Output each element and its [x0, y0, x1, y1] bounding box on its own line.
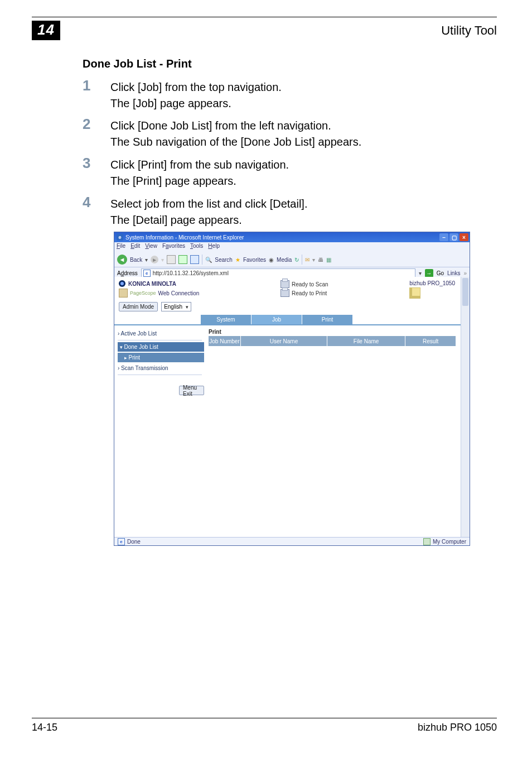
separator — [118, 340, 202, 340]
media-label[interactable]: Media — [277, 257, 292, 263]
scroll-thumb[interactable] — [462, 278, 468, 306]
col-job-number[interactable]: Job Number — [209, 336, 241, 346]
brand-name: KONICA MINOLTA — [128, 281, 176, 287]
minimize-button[interactable]: – — [439, 233, 448, 241]
scrollbar[interactable] — [461, 277, 470, 538]
job-table: Job Number User Name File Name Result — [209, 336, 456, 346]
nav-print[interactable]: Print — [118, 353, 204, 362]
back-button[interactable]: ◄ — [117, 255, 127, 265]
refresh-button[interactable] — [178, 255, 187, 264]
dropdown-icon[interactable]: ▾ — [145, 257, 148, 263]
back-label[interactable]: Back — [130, 257, 142, 263]
mail-icon[interactable]: ✉ — [305, 257, 309, 263]
menu-tools[interactable]: Tools — [190, 243, 203, 252]
status-done: Done — [127, 539, 141, 545]
left-nav: Active Job List Done Job List Print Scan… — [114, 325, 204, 395]
admin-mode-button[interactable]: Admin Mode — [119, 302, 158, 311]
tab-print[interactable]: Print — [302, 315, 353, 324]
col-user-name[interactable]: User Name — [241, 336, 327, 346]
my-computer-icon — [423, 538, 431, 545]
close-button[interactable]: × — [460, 233, 468, 241]
menu-help[interactable]: Help — [208, 243, 220, 252]
menu-file[interactable]: FFileile — [117, 243, 125, 252]
favorites-icon[interactable]: ★ — [235, 257, 240, 263]
step-number: 3 — [83, 156, 110, 170]
chapter-number: 14 — [32, 21, 60, 40]
product-name: bizhub PRO 1050 — [418, 722, 497, 733]
window-title: System Information - Microsoft Internet … — [125, 234, 244, 241]
favorites-label[interactable]: Favorites — [243, 257, 266, 263]
ie-page-icon: e — [118, 538, 125, 545]
header-rule — [32, 17, 497, 17]
separator — [302, 255, 302, 265]
links-label[interactable]: Links — [447, 270, 460, 276]
device-thumb-icon — [409, 287, 420, 299]
step-number: 2 — [83, 117, 110, 131]
section-heading: Done Job List - Print — [83, 57, 192, 70]
menu-favorites[interactable]: Favorites — [162, 243, 185, 252]
address-value: http://10.11.32.126/system.xml — [153, 270, 229, 276]
address-label: Address — [117, 270, 138, 276]
dropdown-icon[interactable]: ▾ — [419, 270, 422, 276]
separator — [118, 375, 202, 375]
menu-view[interactable]: View — [145, 243, 157, 252]
status-bar: eDone My Computer — [114, 537, 470, 545]
language-select[interactable]: English — [161, 302, 191, 311]
printer-icon — [280, 289, 289, 297]
print-icon[interactable]: 🖶 — [318, 257, 323, 263]
status-zone: My Computer — [433, 539, 466, 545]
step-text: Click [Print] from the sub navigation. — [110, 157, 289, 173]
menu-exit-button[interactable]: Menu Exit — [179, 386, 204, 395]
step-number: 4 — [83, 195, 110, 209]
step-3: 3 Click [Print] from the sub navigation.… — [83, 156, 289, 189]
step-text: The Sub navigation of the [Done Job List… — [110, 134, 361, 150]
pagescope-prefix: PageScope — [130, 290, 156, 296]
header-title: Utility Tool — [441, 23, 497, 38]
go-button[interactable]: → — [425, 269, 433, 277]
status-scan: Ready to Scan — [292, 281, 328, 287]
go-label[interactable]: Go — [437, 270, 444, 276]
step-4: 4 Select job from the list and click [De… — [83, 195, 307, 228]
brand-logo-icon — [119, 280, 125, 287]
maximize-button[interactable]: ▢ — [449, 233, 458, 241]
forward-button[interactable]: ► — [151, 256, 158, 263]
page-number: 14-15 — [32, 722, 57, 733]
dropdown-icon[interactable]: ▾ — [312, 257, 315, 263]
media-icon[interactable]: ◉ — [269, 257, 274, 263]
step-text: Click [Done Job List] from the left navi… — [110, 118, 361, 134]
col-file-name[interactable]: File Name — [327, 336, 405, 346]
step-number: 1 — [83, 78, 110, 93]
nav-scan-transmission[interactable]: Scan Transmission — [118, 363, 204, 373]
window-titlebar[interactable]: e System Information - Microsoft Interne… — [114, 232, 470, 242]
step-text: Select job from the list and click [Deta… — [110, 196, 307, 212]
step-2: 2 Click [Done Job List] from the left na… — [83, 117, 361, 150]
ie-icon: e — [117, 234, 123, 241]
nav-active-job-list[interactable]: Active Job List — [118, 329, 204, 338]
dropdown-icon[interactable]: ▾ — [161, 257, 164, 263]
step-text: The [Job] page appears. — [110, 95, 282, 112]
search-icon[interactable]: 🔍 — [205, 257, 212, 263]
tab-job[interactable]: Job — [252, 315, 302, 324]
step-1: 1 Click [Job] from the top navigation. T… — [83, 78, 282, 112]
tab-system[interactable]: System — [201, 315, 252, 324]
search-label[interactable]: Search — [215, 257, 233, 263]
pagescope-icon — [119, 289, 128, 298]
nav-done-job-list[interactable]: Done Job List — [118, 342, 204, 352]
menu-edit[interactable]: Edit — [130, 243, 140, 252]
menu-bar[interactable]: FFileile Edit View Favorites Tools Help — [114, 242, 470, 252]
home-button[interactable] — [190, 255, 199, 264]
step-text: Click [Job] from the top navigation. — [110, 79, 282, 95]
ie-page-icon: e — [143, 270, 151, 277]
step-text: The [Print] page appears. — [110, 173, 289, 189]
scanner-icon — [280, 280, 289, 288]
history-icon[interactable]: ↻ — [294, 257, 299, 263]
col-result[interactable]: Result — [405, 336, 456, 346]
address-input[interactable]: e http://10.11.32.126/system.xml — [141, 268, 415, 278]
toolbar: ◄ Back ▾ ► ▾ 🔍 Search ★ Favorites ◉ Medi… — [114, 252, 470, 267]
stop-button[interactable] — [167, 255, 176, 264]
edit-icon[interactable]: ▦ — [326, 257, 331, 263]
footer-rule — [32, 718, 497, 718]
status-print: Ready to Print — [292, 290, 327, 296]
model-name: bizhub PRO_1050 — [409, 280, 455, 286]
panel-title: Print — [209, 329, 456, 335]
